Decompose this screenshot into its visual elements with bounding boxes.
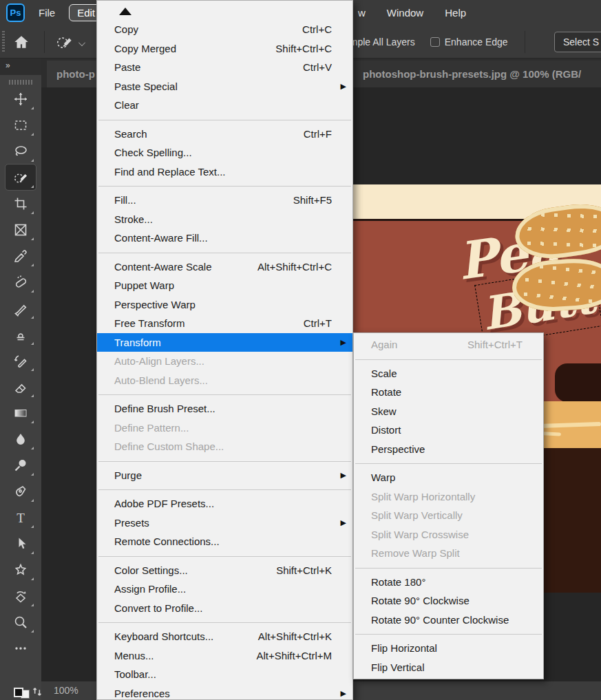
crop-tool[interactable]	[6, 191, 36, 216]
marquee-tool[interactable]	[6, 112, 36, 138]
edit-menu-item-purge[interactable]: Purge▶	[97, 466, 352, 485]
transform-submenu-item-scale[interactable]: Scale	[354, 364, 543, 383]
edit-menu-item-color-settings[interactable]: Color Settings...Shift+Ctrl+K	[97, 561, 352, 580]
move-tool[interactable]	[6, 86, 36, 112]
edit-menu-item-paste-special[interactable]: Paste Special▶	[97, 77, 352, 96]
crop-tool-icon	[12, 195, 29, 212]
transform-submenu-item-warp[interactable]: Warp	[354, 468, 543, 487]
transform-submenu-item-rotate-90-counter-clockwise[interactable]: Rotate 90° Counter Clockwise	[354, 611, 543, 630]
eyedropper-tool[interactable]	[6, 243, 36, 268]
frame-tool[interactable]	[6, 217, 36, 242]
lasso-tool[interactable]	[6, 138, 36, 164]
pen-tool[interactable]	[6, 478, 36, 504]
eyedropper-tool-icon	[12, 248, 29, 264]
spot-healing-tool[interactable]	[6, 269, 36, 295]
shortcut-label: Ctrl+V	[303, 61, 332, 73]
menu-scroll-up-arrow[interactable]	[97, 3, 352, 20]
transform-submenu-item-split-warp-crosswise: Split Warp Crosswise	[354, 525, 543, 544]
dodge-tool[interactable]	[6, 452, 36, 478]
transform-submenu-item-distort[interactable]: Distort	[354, 421, 543, 440]
clone-stamp-tool[interactable]	[6, 321, 36, 347]
toolbar-grip[interactable]	[9, 80, 32, 85]
transform-submenu-separator	[354, 458, 543, 468]
edit-menu-item-menus[interactable]: Menus...Alt+Shift+Ctrl+M	[97, 646, 352, 666]
shortcut-label: Ctrl+T	[304, 317, 332, 329]
edit-menu-item-paste[interactable]: PasteCtrl+V	[97, 58, 352, 77]
edit-menu-separator	[97, 248, 352, 257]
edit-menu-item-remote-connections[interactable]: Remote Connections...	[97, 532, 352, 551]
edit-menu-item-stroke[interactable]: Stroke...	[97, 210, 352, 229]
hand-tool[interactable]	[6, 583, 36, 608]
transform-submenu-item-perspective[interactable]: Perspective	[354, 440, 543, 459]
frame-tool-icon	[12, 222, 29, 238]
edit-menu-item-toolbar[interactable]: Toolbar...	[97, 665, 352, 684]
edit-menu-item-copy[interactable]: CopyCtrl+C	[97, 20, 352, 39]
edit-menu-item-keyboard-shortcuts[interactable]: Keyboard Shortcuts...Alt+Shift+Ctrl+K	[97, 627, 352, 646]
eraser-tool-icon	[12, 379, 29, 395]
transform-submenu-item-flip-horizontal[interactable]: Flip Horizontal	[354, 639, 543, 658]
enhance-edge-checkbox[interactable]	[430, 37, 440, 47]
brush-tool-icon	[12, 300, 29, 317]
blur-tool-icon	[12, 431, 29, 447]
document-tab-active[interactable]: photoshop-brush-presets.jpg @ 100% (RGB/	[353, 61, 601, 87]
edit-menu-item-adobe-pdf-presets[interactable]: Adobe PDF Presets...	[97, 494, 352, 513]
edit-menu-item-preferences[interactable]: Preferences▶	[97, 684, 352, 700]
edit-menu-item-content-aware-scale[interactable]: Content-Aware ScaleAlt+Shift+Ctrl+C	[97, 257, 352, 277]
edit-menu-dropdown: CopyCtrl+CCopy MergedShift+Ctrl+CPasteCt…	[96, 0, 353, 700]
edit-menu-item-presets[interactable]: Presets▶	[97, 513, 352, 533]
enhance-edge-label[interactable]: Enhance Edge	[445, 36, 508, 47]
transform-submenu-item-rotate-90-clockwise[interactable]: Rotate 90° Clockwise	[354, 591, 543, 611]
panel-collapse-chevrons[interactable]: »	[0, 59, 41, 75]
menu-file[interactable]: File	[31, 5, 63, 21]
shape-tool[interactable]	[6, 557, 36, 582]
photoshop-logo[interactable]: Ps	[6, 3, 25, 22]
edit-menu-item-copy-merged[interactable]: Copy MergedShift+Ctrl+C	[97, 39, 352, 59]
history-brush-tool[interactable]	[6, 348, 36, 373]
edit-menu-item-content-aware-fill[interactable]: Content-Aware Fill...	[97, 229, 352, 248]
chevron-down-icon[interactable]	[78, 39, 85, 46]
brush-tool[interactable]	[6, 295, 36, 321]
swap-colors-icon[interactable]	[32, 686, 43, 697]
type-tool[interactable]: T	[6, 505, 36, 530]
zoom-tool[interactable]	[6, 609, 36, 635]
edit-menu-item-convert-to-profile[interactable]: Convert to Profile...	[97, 599, 352, 618]
edit-menu-item-fill[interactable]: Fill...Shift+F5	[97, 191, 352, 210]
edit-menu-item-perspective-warp[interactable]: Perspective Warp	[97, 295, 352, 315]
edit-menu-item-find-and-replace-text[interactable]: Find and Replace Text...	[97, 162, 352, 182]
edit-menu-item-clear[interactable]: Clear	[97, 96, 352, 115]
sample-all-layers-label[interactable]: ample All Layers	[344, 36, 415, 47]
selection-brush-tool[interactable]	[6, 165, 36, 190]
path-select-tool[interactable]	[6, 531, 36, 556]
edit-menu-item-search[interactable]: SearchCtrl+F	[97, 125, 352, 144]
select-subject-button[interactable]: Select S	[554, 32, 601, 52]
edit-menu-item-check-spelling[interactable]: Check Spelling...	[97, 143, 352, 162]
eraser-tool[interactable]	[6, 374, 36, 399]
transform-submenu-item-flip-vertical[interactable]: Flip Vertical	[354, 658, 543, 677]
edit-menu-item-assign-profile[interactable]: Assign Profile...	[97, 580, 352, 599]
shortcut-label: Shift+F5	[293, 194, 332, 206]
submenu-arrow-icon: ▶	[341, 82, 346, 91]
edit-menu-item-free-transform[interactable]: Free TransformCtrl+T	[97, 314, 352, 333]
selection-brush-tool-icon	[12, 169, 29, 186]
blur-tool[interactable]	[6, 426, 36, 452]
edit-menu-item-puppet-warp[interactable]: Puppet Warp	[97, 276, 352, 295]
zoom-level[interactable]: 100%	[54, 685, 78, 696]
edit-menu-item-define-pattern: Define Pattern...	[97, 418, 352, 438]
shortcut-label: Ctrl+F	[304, 128, 332, 140]
tool-preset-icon[interactable]	[55, 33, 76, 51]
foreground-color-swatch[interactable]	[14, 688, 23, 697]
more-tools[interactable]	[6, 635, 36, 661]
edit-menu-item-transform[interactable]: Transform▶	[97, 333, 352, 352]
transform-submenu-item-rotate-180[interactable]: Rotate 180°	[354, 573, 543, 592]
transform-submenu-item-rotate[interactable]: Rotate	[354, 383, 543, 402]
menu-help[interactable]: Help	[437, 5, 474, 21]
transform-submenu-item-skew[interactable]: Skew	[354, 402, 543, 421]
edit-menu-separator	[97, 617, 352, 627]
gradient-tool[interactable]	[6, 400, 36, 425]
home-icon[interactable]	[12, 33, 30, 51]
menu-view-partial[interactable]: w	[350, 5, 373, 21]
path-select-tool-icon	[12, 535, 29, 552]
edit-menu-item-define-brush-preset[interactable]: Define Brush Preset...	[97, 399, 352, 418]
options-grip	[2, 31, 5, 53]
menu-window[interactable]: Window	[379, 5, 431, 21]
